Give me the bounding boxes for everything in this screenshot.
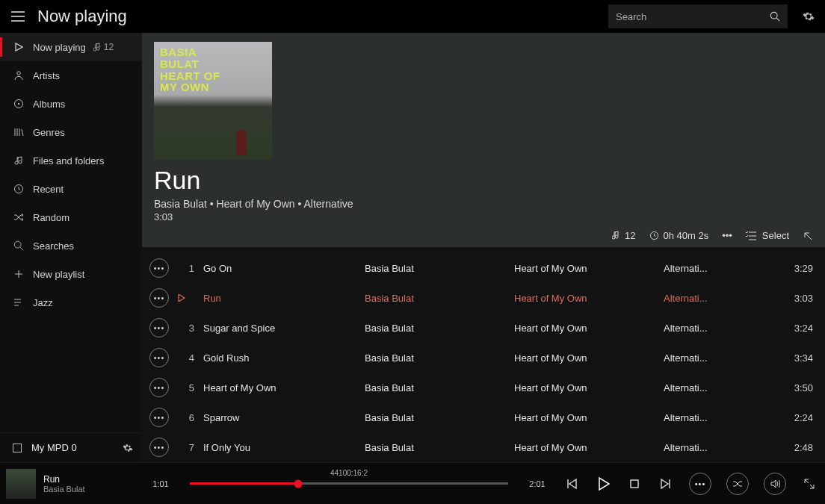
note-icon: [93, 43, 101, 52]
collapse-button[interactable]: [803, 231, 813, 241]
svg-point-0: [770, 12, 777, 19]
sidebar-item-playlist-jazz[interactable]: Jazz: [0, 288, 142, 317]
track-row[interactable]: •••1Go OnBasia BulatHeart of My OwnAlter…: [142, 253, 825, 283]
track-row[interactable]: •••5Heart of My OwnBasia BulatHeart of M…: [142, 373, 825, 402]
fullscreen-button[interactable]: [801, 476, 818, 492]
play-button[interactable]: [595, 476, 611, 492]
track-genre: Alternati...: [664, 382, 723, 393]
sidebar-item-label: Random: [33, 212, 69, 223]
volume-icon: [770, 479, 780, 489]
svg-rect-8: [631, 480, 638, 488]
album-art[interactable]: BASIA BULAT HEART OF MY OWN: [154, 42, 272, 160]
more-options-button[interactable]: •••: [689, 473, 711, 495]
sidebar-item-files[interactable]: Files and folders: [0, 146, 142, 175]
track-album: Heart of My Own: [514, 382, 664, 393]
track-row[interactable]: •••7If Only YouBasia BulatHeart of My Ow…: [142, 432, 825, 462]
previous-button[interactable]: [563, 476, 580, 492]
more-button[interactable]: •••: [722, 230, 732, 241]
track-album: Heart of My Own: [514, 293, 664, 304]
svg-point-5: [14, 241, 21, 248]
mini-album-art: [6, 469, 36, 499]
sidebar-item-label: Jazz: [33, 297, 53, 308]
sidebar-item-label: Files and folders: [33, 155, 104, 167]
sidebar-item-new-playlist[interactable]: New playlist: [0, 260, 142, 288]
sidebar-item-genres[interactable]: Genres: [0, 118, 142, 146]
menu-button[interactable]: [0, 0, 36, 33]
track-number: 6: [178, 412, 200, 423]
sidebar-item-searches[interactable]: Searches: [0, 231, 142, 260]
track-genre: Alternati...: [664, 323, 723, 334]
shuffle-button[interactable]: [726, 473, 749, 495]
track-row[interactable]: •••3Sugar and SpiceBasia BulatHeart of M…: [142, 313, 825, 343]
clock-icon: [649, 231, 659, 240]
track-list: •••1Go OnBasia BulatHeart of My OwnAlter…: [142, 247, 825, 462]
server-selector[interactable]: My MPD 0: [0, 432, 142, 462]
note-icon: [10, 155, 27, 166]
expand-icon: [803, 478, 815, 490]
settings-button[interactable]: [792, 0, 825, 33]
gear-icon: [803, 10, 815, 22]
elapsed-time: 1:01: [142, 479, 179, 488]
track-duration: 3:50: [776, 382, 813, 393]
sidebar-item-random[interactable]: Random: [0, 203, 142, 231]
track-artist: Basia Bulat: [365, 263, 514, 274]
track-options-button[interactable]: •••: [149, 318, 169, 337]
sidebar-item-label: New playlist: [33, 269, 84, 280]
audio-format: 44100:16:2: [330, 469, 368, 477]
sidebar-item-recent[interactable]: Recent: [0, 175, 142, 203]
volume-button[interactable]: [764, 473, 786, 495]
search-placeholder: Search: [616, 11, 770, 22]
track-duration: 2:24: [776, 412, 813, 423]
person-icon: [10, 70, 27, 81]
track-duration: 3:34: [776, 352, 813, 364]
sidebar-item-label: Artists: [33, 70, 60, 81]
play-icon: [10, 43, 27, 52]
mini-track-artist: Basia Bulat: [43, 485, 85, 494]
server-settings-button[interactable]: [123, 443, 133, 453]
disc-icon: [10, 99, 27, 109]
track-artist: Basia Bulat: [365, 323, 514, 334]
track-options-button[interactable]: •••: [149, 258, 169, 278]
note-icon: [612, 231, 620, 240]
search-input[interactable]: Search: [608, 4, 788, 28]
track-options-button[interactable]: •••: [149, 438, 169, 457]
svg-point-1: [17, 72, 21, 75]
sidebar-item-label: Albums: [33, 99, 65, 110]
track-title: Gold Rush: [200, 352, 365, 364]
track-number: 5: [178, 382, 200, 393]
track-duration: 3:03: [776, 293, 813, 304]
track-artist: Basia Bulat: [365, 352, 514, 364]
sidebar-item-now-playing[interactable]: Now playing 12: [0, 33, 142, 61]
track-options-button[interactable]: •••: [149, 288, 169, 308]
track-album: Heart of My Own: [514, 442, 664, 453]
track-title: Sugar and Spice: [200, 323, 365, 334]
clock-icon: [10, 184, 27, 194]
track-row[interactable]: •••RunBasia BulatHeart of My OwnAlternat…: [142, 283, 825, 313]
shuffle-icon: [10, 212, 27, 223]
gear-icon: [123, 443, 133, 453]
server-name: My MPD 0: [31, 442, 77, 453]
track-options-button[interactable]: •••: [149, 348, 169, 367]
page-title: Now playing: [36, 7, 127, 26]
sidebar-item-label: Recent: [33, 184, 64, 195]
top-bar: Now playing Search: [0, 0, 825, 33]
seek-bar[interactable]: 44100:16:2: [190, 482, 508, 485]
track-title: Heart of My Own: [200, 382, 365, 393]
next-button[interactable]: [658, 476, 674, 492]
album-art-line: BULAT: [160, 58, 220, 70]
sidebar-now-playing-count: 12: [104, 42, 114, 52]
mini-player[interactable]: Run Basia Bulat: [0, 469, 142, 499]
track-options-button[interactable]: •••: [149, 378, 169, 397]
track-row[interactable]: •••4Gold RushBasia BulatHeart of My OwnA…: [142, 343, 825, 373]
track-options-button[interactable]: •••: [149, 408, 169, 427]
sidebar-item-albums[interactable]: Albums: [0, 90, 142, 118]
stop-button[interactable]: [626, 476, 643, 492]
sidebar-item-artists[interactable]: Artists: [0, 61, 142, 90]
track-genre: Alternati...: [664, 442, 723, 453]
track-row[interactable]: •••6SparrowBasia BulatHeart of My OwnAlt…: [142, 402, 825, 432]
select-button[interactable]: Select: [746, 230, 789, 241]
main-pane: BASIA BULAT HEART OF MY OWN Run Basia Bu…: [142, 33, 825, 462]
queue-count: 12: [612, 230, 635, 241]
sidebar-item-label: Now playing: [33, 42, 86, 53]
sidebar-item-label: Genres: [33, 127, 65, 138]
